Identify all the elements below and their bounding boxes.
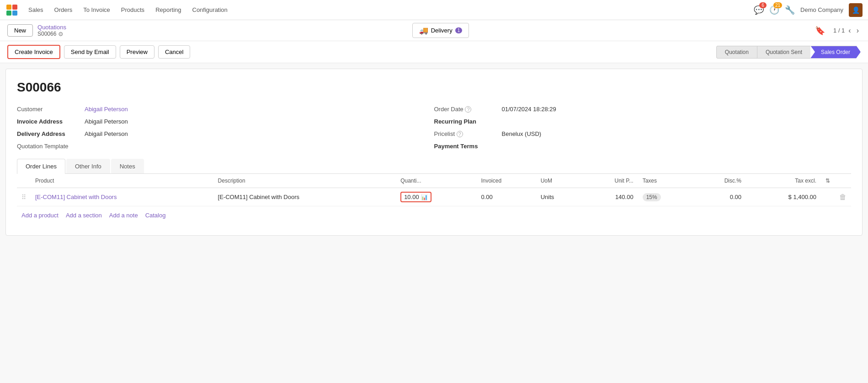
form-col-right: Order Date ? 01/07/2024 18:28:29 Recurri… xyxy=(434,106,852,150)
invoice-address-label: Invoice Address xyxy=(17,118,81,125)
tax-badge: 15% xyxy=(643,193,661,201)
quantity-cell[interactable]: 10.00 📊 xyxy=(396,188,476,206)
settings-gear-icon[interactable]: ⚙ xyxy=(58,31,64,38)
pager-prev-button[interactable]: ‹ xyxy=(847,26,852,36)
preview-button[interactable]: Preview xyxy=(120,45,154,59)
messages-icon-btn[interactable]: 💬 6 xyxy=(754,5,764,15)
status-sales-order[interactable]: Sales Order xyxy=(810,46,861,59)
delivery-address-label: Delivery Address xyxy=(17,130,81,137)
user-avatar[interactable]: 👤 xyxy=(849,3,863,17)
nav-products[interactable]: Products xyxy=(117,4,149,16)
recurring-plan-row: Recurring Plan xyxy=(434,118,852,125)
pricelist-help-icon[interactable]: ? xyxy=(457,131,463,137)
delivery-truck-icon: 🚚 xyxy=(419,26,428,35)
nav-to-invoice[interactable]: To Invoice xyxy=(79,4,115,16)
delete-row-icon[interactable]: 🗑 xyxy=(839,193,847,201)
tools-icon[interactable]: 🔧 xyxy=(785,5,795,15)
unit-price-cell: 140.00 xyxy=(582,188,638,206)
svg-rect-0 xyxy=(6,5,11,10)
col-product: Product xyxy=(31,174,213,188)
table-footer-actions: Add a product Add a section Add a note C… xyxy=(17,206,851,224)
col-description: Description xyxy=(213,174,396,188)
catalog-link[interactable]: Catalog xyxy=(145,212,166,219)
delivery-button[interactable]: 🚚 Delivery 1 xyxy=(412,23,469,38)
quantity-value: 10.00 xyxy=(404,194,419,200)
order-date-value: 01/07/2024 18:28:29 xyxy=(502,106,556,113)
app-logo[interactable] xyxy=(5,4,18,16)
drag-handle-cell: ⠿ xyxy=(17,188,31,206)
actions-cell xyxy=(821,188,835,206)
svg-rect-3 xyxy=(12,11,17,16)
nav-reporting[interactable]: Reporting xyxy=(151,4,186,16)
col-uom: UoM xyxy=(536,174,582,188)
table-row: ⠿ [E-COM11] Cabinet with Doors [E-COM11]… xyxy=(17,188,851,206)
new-button[interactable]: New xyxy=(7,24,33,37)
tab-notes[interactable]: Notes xyxy=(111,159,144,173)
col-actions xyxy=(835,174,851,188)
order-date-row: Order Date ? 01/07/2024 18:28:29 xyxy=(434,106,852,113)
payment-terms-row: Payment Terms xyxy=(434,143,852,150)
create-invoice-button[interactable]: Create Invoice xyxy=(7,45,60,59)
activities-badge: 21 xyxy=(773,2,782,8)
nav-orders[interactable]: Orders xyxy=(50,4,77,16)
col-discount: Disc.% xyxy=(693,174,746,188)
add-note-link[interactable]: Add a note xyxy=(109,212,138,219)
taxes-cell: 15% xyxy=(638,188,693,206)
customer-value[interactable]: Abigail Peterson xyxy=(85,106,128,113)
payment-terms-label: Payment Terms xyxy=(434,143,498,150)
top-navigation: Sales Orders To Invoice Products Reporti… xyxy=(0,0,868,20)
add-product-link[interactable]: Add a product xyxy=(21,212,59,219)
uom-cell: Units xyxy=(536,188,582,206)
bookmark-icon[interactable]: 🔖 xyxy=(815,26,825,36)
breadcrumb-parent[interactable]: Quotations xyxy=(37,24,66,31)
pager-current: 1 / 1 xyxy=(833,27,845,34)
action-bar: Create Invoice Send by Email Preview Can… xyxy=(0,41,868,63)
col-quantity: Quanti... xyxy=(396,174,476,188)
pager-next-button[interactable]: › xyxy=(855,26,861,36)
col-unit-price: Unit P... xyxy=(582,174,638,188)
breadcrumb-current: S00066 xyxy=(37,31,56,37)
drag-handle-icon[interactable]: ⠿ xyxy=(21,194,26,201)
activities-icon-btn[interactable]: 🕐 21 xyxy=(769,5,779,15)
order-table: Product Description Quanti... Invoiced U… xyxy=(17,174,851,206)
pricelist-row: Pricelist ? Benelux (USD) xyxy=(434,130,852,137)
nav-configuration[interactable]: Configuration xyxy=(188,4,232,16)
product-link[interactable]: [E-COM11] Cabinet with Doors xyxy=(35,194,117,200)
add-section-link[interactable]: Add a section xyxy=(66,212,102,219)
form-col-left: Customer Abigail Peterson Invoice Addres… xyxy=(17,106,434,150)
col-taxes: Taxes xyxy=(638,174,693,188)
status-pipeline: Quotation Quotation Sent Sales Order xyxy=(716,46,861,59)
status-quotation[interactable]: Quotation xyxy=(716,46,757,59)
order-date-help-icon[interactable]: ? xyxy=(465,106,471,113)
nav-sales[interactable]: Sales xyxy=(24,4,48,16)
delivery-count: 1 xyxy=(455,27,463,33)
nav-right-icons: 💬 6 🕐 21 🔧 Demo Company 👤 xyxy=(754,3,863,17)
description-cell: [E-COM11] Cabinet with Doors xyxy=(213,188,396,206)
send-by-email-button[interactable]: Send by Email xyxy=(64,45,116,59)
pricelist-value: Benelux (USD) xyxy=(502,130,542,137)
customer-label: Customer xyxy=(17,106,81,113)
company-name[interactable]: Demo Company xyxy=(800,6,843,13)
recurring-plan-label: Recurring Plan xyxy=(434,118,498,125)
columns-adjust-icon[interactable]: ⇅ xyxy=(825,178,830,184)
tab-other-info[interactable]: Other Info xyxy=(66,159,110,173)
tab-order-lines[interactable]: Order Lines xyxy=(17,159,65,174)
main-content: S00066 Customer Abigail Peterson Invoice… xyxy=(5,69,863,236)
order-date-label: Order Date ? xyxy=(434,106,498,113)
delivery-address-row: Delivery Address Abigail Peterson xyxy=(17,130,434,137)
forecast-chart-icon[interactable]: 📊 xyxy=(421,194,428,200)
delivery-label: Delivery xyxy=(431,27,453,34)
breadcrumb: Quotations S00066 ⚙ xyxy=(37,24,66,38)
discount-cell: 0.00 xyxy=(693,188,746,206)
status-quotation-sent[interactable]: Quotation Sent xyxy=(757,46,810,59)
record-title: S00066 xyxy=(17,80,851,95)
svg-rect-1 xyxy=(12,5,17,10)
col-tax-excl: Tax excl. xyxy=(746,174,821,188)
col-drag xyxy=(17,174,31,188)
quotation-template-label: Quotation Template xyxy=(17,143,81,150)
svg-rect-2 xyxy=(6,11,11,16)
quotation-template-row: Quotation Template xyxy=(17,143,434,150)
invoice-address-value: Abigail Peterson xyxy=(85,118,128,125)
cancel-button[interactable]: Cancel xyxy=(158,45,190,59)
invoiced-cell: 0.00 xyxy=(476,188,536,206)
